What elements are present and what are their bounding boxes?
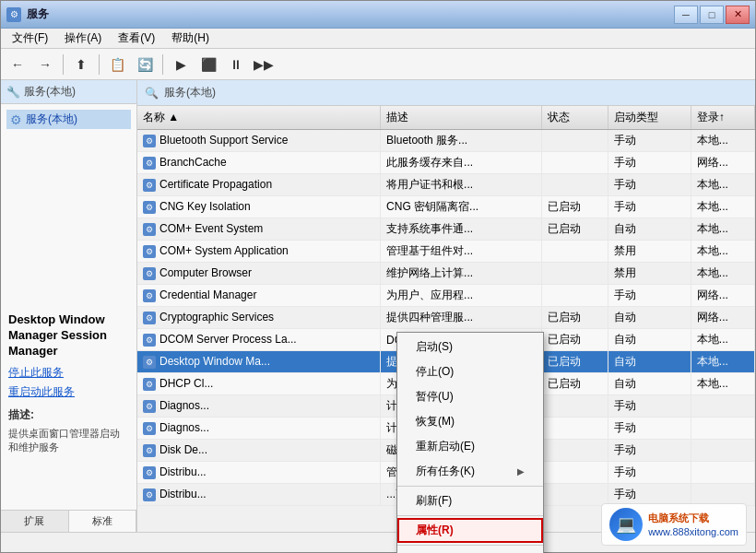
cell-login — [691, 440, 754, 462]
ctx-item-2[interactable]: 暂停(U) — [397, 384, 543, 409]
cell-name: ⚙Diagnos... — [137, 395, 381, 418]
cell-desc: CNG 密钥隔离宿... — [381, 196, 542, 218]
col-login[interactable]: 登录↑ — [691, 106, 754, 130]
ctx-separator — [397, 486, 543, 487]
ctx-separator — [397, 545, 543, 546]
ctx-item-7[interactable]: 属性(R) — [397, 518, 543, 543]
tree-item-local[interactable]: ⚙ 服务(本地) — [6, 110, 131, 129]
left-panel-header: 🔧 服务(本地) — [1, 80, 136, 104]
cell-startup: 手动 — [608, 196, 691, 218]
cell-login: 网络... — [691, 152, 754, 174]
restart-button[interactable]: ▶▶ — [251, 53, 277, 76]
col-status[interactable]: 状态 — [542, 106, 608, 130]
watermark-line1: 电脑系统下载 — [648, 512, 738, 525]
stop-button[interactable]: ⬛ — [195, 53, 221, 76]
cell-name: ⚙Disk De... — [137, 440, 381, 462]
cell-status: 已启动 — [542, 329, 608, 351]
main-window: ⚙ 服务 ─ □ ✕ 文件(F) 操作(A) 查看(V) 帮助(H) ← → ⬆… — [0, 0, 756, 553]
minimize-button[interactable]: ─ — [674, 6, 698, 24]
cell-desc: 此服务缓存来自... — [381, 152, 542, 174]
cell-login: 本地... — [691, 130, 754, 152]
cell-status — [542, 285, 608, 307]
desc-text: 提供桌面窗口管理器启动和维护服务 — [8, 427, 129, 455]
cell-login: 本地... — [691, 351, 754, 373]
cell-name: ⚙COM+ Event System — [137, 218, 381, 241]
cell-login: 网络... — [691, 307, 754, 329]
table-row[interactable]: ⚙Bluetooth Support ServiceBluetooth 服务..… — [137, 130, 755, 152]
table-row[interactable]: ⚙COM+ Event System支持系统事件通...已启动自动本地... — [137, 218, 755, 241]
cell-name: ⚙Certificate Propagation — [137, 174, 381, 196]
cell-startup: 手动 — [608, 484, 691, 506]
cell-status — [542, 462, 608, 484]
cell-startup: 手动 — [608, 130, 691, 152]
service-name-header: Desktop Window Manager Session Manager — [8, 312, 129, 359]
cell-startup: 手动 — [608, 174, 691, 196]
cell-startup: 禁用 — [608, 241, 691, 263]
back-button[interactable]: ← — [5, 53, 30, 76]
play-button[interactable]: ▶ — [168, 53, 194, 76]
cell-name: ⚙Credential Manager — [137, 285, 381, 307]
cell-login: 本地... — [691, 174, 754, 196]
cell-name: ⚙DCOM Server Process La... — [137, 329, 381, 351]
menu-help[interactable]: 帮助(H) — [164, 29, 217, 48]
pause-button[interactable]: ⏸ — [223, 53, 249, 76]
table-row[interactable]: ⚙CNG Key IsolationCNG 密钥隔离宿...已启动手动本地... — [137, 196, 755, 218]
table-row[interactable]: ⚙COM+ System Application管理基于组件对...禁用本地..… — [137, 241, 755, 263]
ctx-item-8[interactable]: 帮助(H) — [397, 547, 543, 553]
stop-service-link[interactable]: 停止此服务 — [8, 365, 129, 381]
cell-startup: 禁用 — [608, 263, 691, 285]
up-button[interactable]: ⬆ — [68, 53, 94, 76]
cell-desc: 维护网络上计算... — [381, 263, 542, 285]
ctx-item-5[interactable]: 所有任务(K)▶ — [397, 459, 543, 484]
menu-file[interactable]: 文件(F) — [5, 29, 55, 48]
right-panel-title: 服务(本地) — [164, 85, 216, 100]
forward-button[interactable]: → — [32, 53, 58, 76]
left-panel-tabs: 扩展 标准 — [1, 510, 136, 532]
cell-status: 已启动 — [542, 351, 608, 373]
table-row[interactable]: ⚙Credential Manager为用户、应用程...手动网络... — [137, 285, 755, 307]
panel-header-icon: 🔧 — [6, 86, 20, 99]
cell-login — [691, 418, 754, 440]
table-row[interactable]: ⚙Certificate Propagation将用户证书和根...手动本地..… — [137, 174, 755, 196]
restart-service-link[interactable]: 重启动此服务 — [8, 384, 129, 400]
col-desc[interactable]: 描述 — [381, 106, 542, 130]
table-row[interactable]: ⚙BranchCache此服务缓存来自...手动网络... — [137, 152, 755, 174]
menu-view[interactable]: 查看(V) — [111, 29, 162, 48]
cell-name: ⚙Desktop Window Ma... — [137, 351, 381, 373]
tree-container: ⚙ 服务(本地) — [1, 104, 136, 305]
col-startup[interactable]: 启动类型 — [608, 106, 691, 130]
ctx-item-1[interactable]: 停止(O) — [397, 359, 543, 384]
toolbar: ← → ⬆ 📋 🔄 ▶ ⬛ ⏸ ▶▶ — [1, 49, 755, 80]
cell-name: ⚙Computer Browser — [137, 263, 381, 285]
restore-button[interactable]: □ — [700, 6, 724, 24]
table-row[interactable]: ⚙Computer Browser维护网络上计算...禁用本地... — [137, 263, 755, 285]
refresh-button[interactable]: 🔄 — [132, 53, 158, 76]
cell-status — [542, 418, 608, 440]
cell-name: ⚙Distribu... — [137, 484, 381, 506]
service-info-panel: Desktop Window Manager Session Manager 停… — [1, 305, 136, 510]
cell-startup: 手动 — [608, 152, 691, 174]
toolbar-sep-1 — [63, 54, 64, 75]
table-row[interactable]: ⚙Cryptographic Services提供四种管理服...已启动自动网络… — [137, 307, 755, 329]
menu-action[interactable]: 操作(A) — [57, 29, 109, 48]
tab-expand[interactable]: 扩展 — [1, 511, 69, 532]
close-button[interactable]: ✕ — [726, 6, 750, 24]
cell-startup: 自动 — [608, 218, 691, 241]
cell-startup: 自动 — [608, 307, 691, 329]
ctx-item-0[interactable]: 启动(S) — [397, 335, 543, 359]
menu-bar: 文件(F) 操作(A) 查看(V) 帮助(H) — [1, 29, 755, 49]
title-bar-left: ⚙ 服务 — [6, 6, 49, 22]
cell-startup: 自动 — [608, 351, 691, 373]
ctx-item-4[interactable]: 重新启动(E) — [397, 434, 543, 459]
cell-status: 已启动 — [542, 196, 608, 218]
watermark-url: www.888xitong.com — [648, 526, 738, 537]
copy-button[interactable]: 📋 — [104, 53, 130, 76]
cell-desc: 支持系统事件通... — [381, 218, 542, 241]
ctx-item-6[interactable]: 刷新(F) — [397, 488, 543, 513]
cell-login: 本地... — [691, 241, 754, 263]
tab-standard[interactable]: 标准 — [69, 511, 137, 532]
cell-status — [542, 152, 608, 174]
col-name[interactable]: 名称 ▲ — [137, 106, 381, 130]
cell-login: 本地... — [691, 218, 754, 241]
ctx-item-3[interactable]: 恢复(M) — [397, 409, 543, 434]
